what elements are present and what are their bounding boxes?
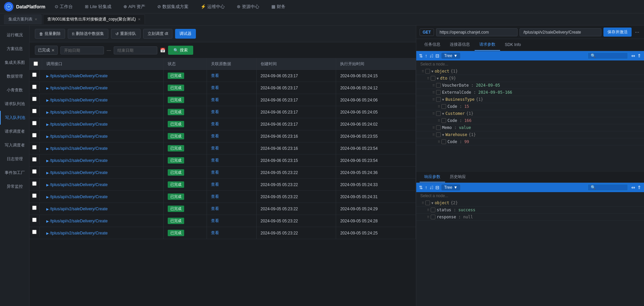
play-icon[interactable]: ▶	[46, 86, 49, 90]
sidebar-item-integration-graph[interactable]: 集成关系图	[0, 56, 29, 70]
play-icon[interactable]: ▶	[46, 74, 49, 78]
api-link[interactable]: /tplus/api/v2/saleDelivery/Create	[50, 231, 108, 235]
resp-expand-icon[interactable]: ⇅	[419, 185, 423, 190]
drag-handle[interactable]: ⠿	[419, 70, 424, 73]
drag-handle[interactable]: ⠿	[419, 208, 429, 212]
drag-handle[interactable]: ⠿	[419, 133, 435, 137]
api-link[interactable]: /tplus/api/v2/saleDelivery/Create	[50, 170, 108, 175]
status-filter-tag[interactable]: 已完成 ✕	[35, 46, 58, 55]
sidebar-item-plan-info[interactable]: 方案信息	[0, 42, 29, 56]
sidebar-item-write-queue[interactable]: 写入队列池	[0, 111, 29, 125]
resp-settings-icon[interactable]: ⇑	[637, 185, 641, 190]
debug-button[interactable]: 调试器	[175, 29, 196, 39]
row-checkbox[interactable]	[30, 106, 40, 116]
tree-node[interactable]: ⠿ExternalCode:2024-09-05-166	[416, 89, 644, 96]
tree-node[interactable]: ⠿▼BusinessType {1}	[416, 96, 644, 103]
tree-node[interactable]: ⠿response:null	[416, 214, 644, 221]
data-table-container[interactable]: 调用接口 状态 关联原数据 创建时间 执行开始时间 ▶ /tplus/api/v…	[30, 58, 416, 306]
api-link[interactable]: /tplus/api/v2/saleDelivery/Create	[50, 207, 108, 211]
tree-toggle[interactable]: ▼	[431, 201, 433, 205]
sidebar-item-req-scheduler[interactable]: 请求调度者	[0, 125, 29, 138]
request-tree-content[interactable]: ⠿▼object {1}⠿▼dto {9}⠿VoucherDate:2024-0…	[416, 68, 644, 172]
duplicate-select-button[interactable]: ⎘ 删除选中数据集	[68, 29, 108, 39]
col-checkbox[interactable]	[30, 58, 42, 70]
row-view[interactable]: 查看	[207, 155, 256, 167]
play-icon[interactable]: ▶	[46, 159, 49, 163]
api-link[interactable]: /tplus/api/v2/saleDelivery/Create	[50, 158, 108, 163]
resp-sort-icon[interactable]: ↓⃣	[429, 185, 433, 190]
row-view[interactable]: 查看	[207, 179, 256, 191]
tree-node[interactable]: ⠿▼object {2}	[416, 200, 644, 207]
logo[interactable]: DataPlatform	[4, 2, 45, 11]
play-icon[interactable]: ▶	[46, 123, 49, 126]
row-checkbox[interactable]	[30, 215, 40, 225]
row-checkbox[interactable]	[30, 191, 40, 201]
tree-toggle[interactable]: ▼	[442, 112, 444, 116]
select-all-checkbox[interactable]	[34, 61, 38, 66]
play-icon[interactable]: ▶	[46, 195, 49, 199]
tree-node[interactable]: ⠿status:success	[416, 207, 644, 214]
row-view[interactable]: 查看	[207, 94, 256, 106]
play-icon[interactable]: ▶	[46, 207, 49, 211]
api-link[interactable]: /tplus/api/v2/saleDelivery/Create	[50, 194, 108, 199]
nav-resource[interactable]: ⊛ 资源中心	[234, 2, 262, 11]
tab-solution-list[interactable]: 集成方案列表 ✕	[4, 14, 42, 24]
node-checkbox[interactable]	[436, 90, 441, 95]
play-icon[interactable]: ▶	[46, 183, 49, 187]
url-base-input[interactable]	[436, 28, 518, 36]
tree-node[interactable]: ⠿▼Customer {1}	[416, 110, 644, 117]
node-checkbox[interactable]	[431, 215, 435, 219]
drag-handle[interactable]: ⠿	[419, 112, 435, 116]
sidebar-item-xiaoqing[interactable]: 小青查数	[0, 83, 29, 97]
tree-node[interactable]: ⠿▼Warehouse {1}	[416, 131, 644, 138]
sidebar-item-event-factory[interactable]: 事件加工厂	[0, 166, 29, 180]
tree-toggle[interactable]: ▼	[437, 77, 439, 80]
row-checkbox[interactable]	[30, 179, 40, 188]
resp-tree-type-selector[interactable]: Tree ▼	[441, 184, 460, 190]
sidebar-item-write-scheduler[interactable]: 写入调度者	[0, 138, 29, 152]
tab-response-params[interactable]: 响应参数	[420, 172, 445, 182]
row-checkbox[interactable]	[30, 118, 40, 128]
nav-api[interactable]: ⊕ API 资产	[121, 2, 148, 11]
row-view[interactable]: 查看	[207, 215, 256, 227]
tree-node[interactable]: ⠿Code:15	[416, 103, 644, 110]
search-button[interactable]: 🔍 搜索	[168, 46, 193, 55]
node-checkbox[interactable]	[425, 201, 430, 205]
row-checkbox[interactable]	[30, 82, 40, 92]
row-view[interactable]: 查看	[207, 82, 256, 94]
play-icon[interactable]: ▶	[46, 135, 49, 138]
api-link[interactable]: /tplus/api/v2/saleDelivery/Create	[50, 98, 108, 102]
tree-node[interactable]: ⠿Code:99	[416, 138, 644, 145]
expand-collapse-icon[interactable]: ⇔	[631, 53, 635, 58]
api-link[interactable]: /tplus/api/v2/saleDelivery/Create	[50, 86, 108, 90]
start-date-input[interactable]	[60, 46, 104, 54]
tab-solution-detail[interactable]: 查询001账套销售出库对接畅捷通_copy(聚合测试) ✕	[43, 14, 145, 24]
drag-handle[interactable]: ⠿	[419, 119, 440, 123]
drag-handle[interactable]: ⠿	[419, 126, 435, 130]
sort-icon[interactable]: ↓⃣	[429, 53, 433, 58]
node-checkbox[interactable]	[436, 111, 441, 116]
row-view[interactable]: 查看	[207, 142, 256, 155]
row-view[interactable]: 查看	[207, 167, 256, 179]
resp-expand-collapse-icon[interactable]: ⇔	[631, 185, 635, 190]
drag-handle[interactable]: ⠿	[419, 84, 435, 87]
response-tree-search[interactable]	[588, 184, 628, 191]
schedule-dt-button[interactable]: 立刻调度 dt	[143, 29, 172, 39]
tab-request-params[interactable]: 请求参数	[475, 39, 500, 51]
row-view[interactable]: 查看	[207, 106, 256, 118]
end-date-input[interactable]	[114, 46, 157, 54]
sidebar-item-exception-monitor[interactable]: 异常监控	[0, 180, 29, 193]
node-checkbox[interactable]	[436, 125, 441, 130]
sidebar-item-overview[interactable]: 运行概况	[0, 28, 29, 42]
row-checkbox[interactable]	[30, 167, 40, 176]
nav-datasolution[interactable]: ⊘ 数据集成方案	[155, 2, 191, 11]
row-view[interactable]: 查看	[207, 203, 256, 215]
drag-handle[interactable]: ⠿	[419, 215, 429, 219]
nav-workbench[interactable]: ⊙ 工作台	[52, 2, 75, 11]
tree-toggle[interactable]: ▼	[431, 70, 433, 73]
request-tree-search[interactable]	[588, 52, 628, 59]
settings-icon[interactable]: ⇑	[637, 53, 641, 58]
tab-sdk-info[interactable]: SDK Info	[500, 40, 526, 50]
api-link[interactable]: /tplus/api/v2/saleDelivery/Create	[50, 122, 108, 127]
nav-lite[interactable]: ⊞ Lite 轻集成	[82, 2, 114, 11]
